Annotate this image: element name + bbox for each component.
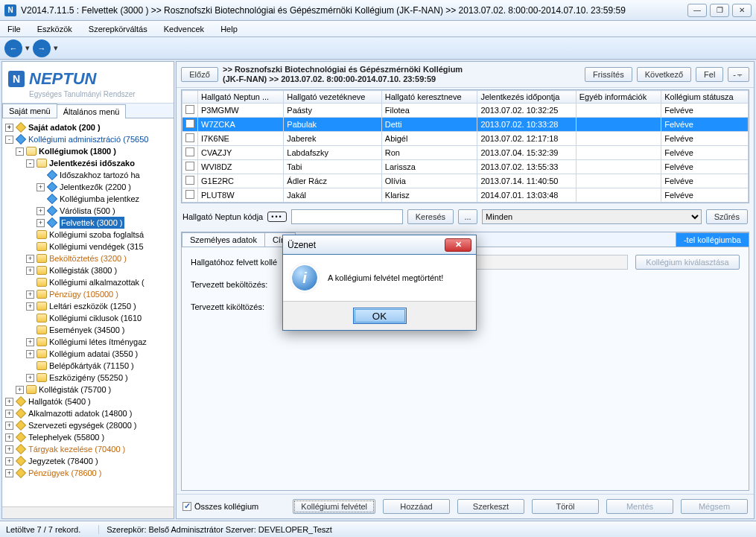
- tree-item[interactable]: Kollégiumi alkalmazottak (: [4, 276, 172, 288]
- nav-back-dropdown[interactable]: ▾: [24, 43, 31, 53]
- row-checkbox[interactable]: [185, 119, 194, 128]
- menu-help[interactable]: Help: [216, 23, 242, 35]
- tree-item[interactable]: -Kollégiumok (1800 ): [4, 145, 172, 157]
- grid-column-header[interactable]: Hallgató vezetékneve: [284, 91, 382, 104]
- tree-item[interactable]: +Alkalmazotti adatok (14800 ): [4, 407, 172, 419]
- tree-expander[interactable]: +: [36, 183, 45, 191]
- tree-item[interactable]: +Pénzügy (105000 ): [4, 288, 172, 300]
- tree-item[interactable]: +Beköltöztetés (3200 ): [4, 252, 172, 264]
- window-minimize-button[interactable]: —: [687, 4, 707, 17]
- dorm-admit-button[interactable]: Kollégiumi felvétel: [293, 499, 375, 514]
- all-dorms-checkbox[interactable]: ✓ Összes kollégium: [182, 502, 258, 511]
- pin-button[interactable]: -⫟: [728, 67, 749, 82]
- save-button[interactable]: Mentés: [606, 499, 673, 514]
- tree-expander[interactable]: +: [5, 457, 13, 465]
- tree-expander[interactable]: +: [5, 410, 13, 418]
- table-row[interactable]: I7K6NEJaberekAbigél2013.07.02. 12:17:18F…: [182, 132, 749, 146]
- row-checkbox[interactable]: [185, 105, 194, 114]
- grid-corner-header[interactable]: [182, 91, 198, 104]
- row-checkbox[interactable]: [185, 133, 194, 142]
- grid-column-header[interactable]: Jelentkezés időpontja: [477, 91, 576, 104]
- tree-item[interactable]: +Pénzügyek (78600 ): [4, 467, 172, 479]
- tree-expander[interactable]: +: [26, 255, 34, 263]
- add-button[interactable]: Hozzáad: [383, 499, 450, 514]
- search-more-button[interactable]: ...: [458, 209, 477, 224]
- tree-expander[interactable]: +: [5, 124, 13, 132]
- tab-personal[interactable]: Személyes adatok: [182, 232, 265, 247]
- table-row[interactable]: PLUT8WJakálKlarisz2014.07.01. 13:03:48Fe…: [182, 188, 749, 203]
- tree-expander[interactable]: +: [16, 386, 24, 394]
- table-row[interactable]: G1E2RCÁdler RáczOlívia2013.07.14. 11:40:…: [182, 174, 749, 188]
- tree-expander[interactable]: +: [26, 374, 34, 382]
- filter-button[interactable]: Szűrés: [706, 209, 748, 224]
- grid-column-header[interactable]: Hallgató keresztneve: [381, 91, 477, 104]
- table-row[interactable]: CVAZJYLabdafszkyRon2013.07.04. 15:32:39F…: [182, 146, 749, 160]
- tree-expander[interactable]: +: [26, 267, 34, 275]
- window-maximize-button[interactable]: ❐: [710, 4, 729, 17]
- window-close-button[interactable]: ✕: [732, 4, 752, 17]
- grid-column-header[interactable]: Kollégium státusza: [661, 91, 749, 104]
- table-row[interactable]: WVI8DZTabiLarissza2013.07.02. 13:55:33Fe…: [182, 160, 749, 174]
- tree-expander[interactable]: +: [5, 469, 13, 477]
- dialog-ok-button[interactable]: OK: [353, 308, 407, 324]
- tree-item[interactable]: Kollégiumi ciklusok (1610: [4, 312, 172, 324]
- tree-item[interactable]: -Jelentkezési időszako: [4, 157, 172, 169]
- tree-expander[interactable]: +: [26, 302, 34, 311]
- tree-item[interactable]: +Leltári eszközök (1250 ): [4, 300, 172, 312]
- delete-button[interactable]: Töröl: [532, 499, 599, 514]
- tree-item[interactable]: +Jelentkezők (2200 ): [4, 181, 172, 193]
- tab-general-menu[interactable]: Általános menü: [57, 104, 127, 118]
- nav-back-button[interactable]: ←: [4, 39, 22, 57]
- tree-expander[interactable]: +: [26, 350, 34, 358]
- refresh-button[interactable]: Frissítés: [585, 67, 632, 82]
- tab-dormitory[interactable]: -tel kollégiumba: [676, 232, 749, 247]
- dialog-close-button[interactable]: ✕: [445, 238, 471, 252]
- table-row[interactable]: W7ZCKAPabulakDetti2013.07.02. 10:33:28Fe…: [182, 118, 749, 132]
- tree-expander[interactable]: +: [36, 219, 45, 227]
- tree-item[interactable]: Kollégiumi szoba foglaltsá: [4, 229, 172, 241]
- tree-expander[interactable]: -: [5, 136, 13, 144]
- row-checkbox[interactable]: [185, 147, 194, 156]
- tree-expander[interactable]: +: [5, 398, 13, 406]
- choose-dorm-button[interactable]: Kollégium kiválasztása: [635, 255, 740, 270]
- menu-tools[interactable]: Eszközök: [33, 23, 77, 35]
- tree-item[interactable]: +Kollégiumi létes ítménygaz: [4, 336, 172, 348]
- tab-own-menu[interactable]: Saját menü: [2, 104, 57, 118]
- nav-forward-dropdown[interactable]: ▾: [52, 43, 60, 53]
- table-row[interactable]: P3MGMWPaástyFilotea2013.07.02. 10:32:25F…: [182, 104, 749, 118]
- grid-column-header[interactable]: Egyéb információk: [576, 91, 661, 104]
- nav-tree[interactable]: +Saját adatok (200 )-Kollégiumi adminisz…: [2, 118, 174, 506]
- filter-select[interactable]: Minden: [482, 209, 702, 224]
- tree-expander[interactable]: +: [5, 433, 13, 442]
- search-button[interactable]: Keresés: [407, 209, 454, 224]
- tree-item[interactable]: Kollégiumba jelentkez: [4, 193, 172, 205]
- tree-expander[interactable]: +: [36, 207, 45, 215]
- tree-item[interactable]: +Kollégisták (75700 ): [4, 384, 172, 395]
- tree-item[interactable]: Időszakhoz tartozó ha: [4, 169, 172, 181]
- up-button[interactable]: Fel: [696, 67, 723, 82]
- tree-expander[interactable]: +: [26, 290, 34, 299]
- tree-expander[interactable]: +: [5, 422, 13, 430]
- tree-item[interactable]: +Hallgatók (5400 ): [4, 395, 172, 407]
- tree-expander[interactable]: +: [5, 445, 13, 454]
- tree-item[interactable]: Kollégiumi vendégek (315: [4, 241, 172, 252]
- tree-expander[interactable]: -: [26, 159, 34, 168]
- tree-item[interactable]: +Kollégium adatai (3550 ): [4, 348, 172, 360]
- tree-item[interactable]: +Jegyzetek (78400 ): [4, 455, 172, 467]
- next-button[interactable]: Következő: [637, 67, 691, 82]
- grid-column-header[interactable]: Hallgató Neptun ...: [198, 91, 284, 104]
- tree-item[interactable]: +Eszközigény (55250 ): [4, 372, 172, 384]
- row-checkbox[interactable]: [185, 176, 194, 185]
- menu-favorites[interactable]: Kedvencek: [159, 23, 209, 35]
- tree-item[interactable]: Események (34500 ): [4, 324, 172, 336]
- tree-item[interactable]: +Saját adatok (200 ): [4, 121, 172, 133]
- tree-expander[interactable]: -: [16, 147, 24, 156]
- edit-button[interactable]: Szerkeszt: [457, 499, 524, 514]
- menu-file[interactable]: File: [3, 23, 25, 35]
- tree-item[interactable]: +Szervezeti egységek (28000 ): [4, 419, 172, 431]
- tree-item[interactable]: +Telephelyek (55800 ): [4, 431, 172, 443]
- tree-item[interactable]: Belépőkártyák (71150 ): [4, 360, 172, 372]
- cancel-button[interactable]: Mégsem: [681, 499, 748, 514]
- tree-expander[interactable]: +: [26, 338, 34, 346]
- tree-item[interactable]: +Várólista (500 ): [4, 205, 172, 217]
